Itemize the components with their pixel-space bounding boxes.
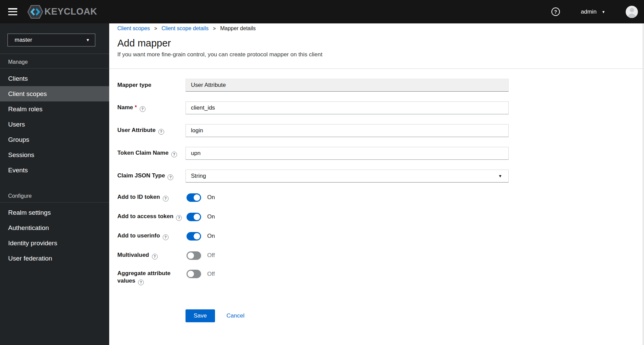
- field-label: Mapper type: [117, 82, 151, 88]
- breadcrumb-current: Mapper details: [220, 25, 256, 32]
- field-label: User Attribute: [117, 127, 156, 133]
- field-name: Name*?: [117, 101, 636, 114]
- page-subtitle: If you want more fine-grain control, you…: [117, 51, 636, 59]
- chevron-down-icon: ▼: [86, 38, 90, 42]
- breadcrumb-separator-icon: >: [154, 25, 157, 32]
- field-label: Name: [117, 104, 133, 111]
- name-input[interactable]: [186, 101, 509, 114]
- select-value: String: [191, 173, 206, 179]
- help-icon[interactable]: ?: [140, 106, 145, 112]
- nav-section-manage: Manage Clients Client scopes Realm roles…: [0, 54, 109, 178]
- field-label: Multivalued: [117, 252, 149, 258]
- breadcrumb: Client scopes > Client scope details > M…: [117, 25, 636, 32]
- topbar: KEYCLOAK ? admin ▼: [0, 0, 644, 23]
- chevron-down-icon: ▼: [602, 10, 605, 14]
- help-icon[interactable]: ?: [168, 174, 173, 180]
- add-to-userinfo-toggle[interactable]: [187, 232, 201, 241]
- help-icon[interactable]: ?: [158, 129, 164, 135]
- field-label: Aggregate attribute values: [117, 270, 171, 284]
- field-label: Claim JSON Type: [117, 172, 165, 179]
- help-icon[interactable]: ?: [152, 254, 158, 260]
- sidebar-item-client-scopes[interactable]: Client scopes: [0, 86, 109, 101]
- nav-toggle-icon[interactable]: [8, 8, 17, 15]
- token-claim-name-input[interactable]: [186, 147, 509, 160]
- user-attribute-input[interactable]: [186, 124, 509, 137]
- sidebar-item-groups[interactable]: Groups: [0, 132, 109, 147]
- add-to-id-token-toggle[interactable]: [187, 193, 201, 202]
- help-icon[interactable]: ?: [176, 215, 182, 221]
- help-icon[interactable]: ?: [163, 234, 169, 240]
- sidebar-item-sessions[interactable]: Sessions: [0, 147, 109, 162]
- help-icon[interactable]: ?: [171, 152, 177, 157]
- brand-text: KEYCLOAK: [44, 6, 97, 17]
- sidebar-item-users[interactable]: Users: [0, 117, 109, 132]
- sidebar-item-user-federation[interactable]: User federation: [0, 251, 109, 266]
- mapper-type-input: [186, 79, 509, 92]
- breadcrumb-client-scopes[interactable]: Client scopes: [117, 25, 150, 32]
- field-label: Add to access token: [117, 213, 173, 219]
- field-mapper-type: Mapper type: [117, 79, 636, 92]
- nav-section-title: Manage: [0, 54, 109, 68]
- field-token-claim-name: Token Claim Name?: [117, 147, 636, 160]
- sidebar-item-realm-roles[interactable]: Realm roles: [0, 101, 109, 117]
- save-button[interactable]: Save: [186, 309, 215, 322]
- page-title: Add mapper: [117, 38, 636, 49]
- toggle-state-label: Off: [207, 252, 215, 259]
- sidebar-item-authentication[interactable]: Authentication: [0, 220, 109, 235]
- field-add-to-access-token: Add to access token? On: [117, 212, 636, 222]
- aggregate-attribute-values-toggle[interactable]: [187, 270, 201, 278]
- nav-section-title: Configure: [0, 188, 109, 202]
- field-claim-json-type: Claim JSON Type? String ▼: [117, 170, 636, 183]
- field-add-to-userinfo: Add to userinfo? On: [117, 231, 636, 241]
- add-to-access-token-toggle[interactable]: [187, 213, 201, 221]
- field-label: Add to ID token: [117, 194, 160, 200]
- breadcrumb-client-scope-details[interactable]: Client scope details: [161, 25, 209, 32]
- user-menu[interactable]: admin ▼: [581, 8, 605, 15]
- field-label: Add to userinfo: [117, 232, 160, 239]
- sidebar-item-realm-settings[interactable]: Realm settings: [0, 205, 109, 220]
- field-multivalued: Multivalued? Off: [117, 250, 636, 261]
- nav-section-configure: Configure Realm settings Authentication …: [0, 188, 109, 266]
- toggle-state-label: On: [207, 233, 215, 239]
- sidebar-item-events[interactable]: Events: [0, 162, 109, 178]
- scrollbar[interactable]: [643, 23, 644, 345]
- realm-selector[interactable]: master ▼: [7, 34, 95, 46]
- toggle-state-label: On: [207, 194, 215, 201]
- keycloak-hexagon-icon: [27, 5, 43, 19]
- sidebar-item-identity-providers[interactable]: Identity providers: [0, 235, 109, 251]
- avatar[interactable]: [626, 6, 638, 18]
- breadcrumb-separator-icon: >: [213, 25, 216, 32]
- toggle-state-label: Off: [207, 271, 215, 277]
- help-icon[interactable]: ?: [138, 280, 144, 285]
- field-user-attribute: User Attribute?: [117, 124, 636, 137]
- toggle-state-label: On: [207, 213, 215, 220]
- keycloak-logo: KEYCLOAK: [27, 5, 97, 19]
- chevron-down-icon: ▼: [498, 174, 502, 178]
- cancel-button[interactable]: Cancel: [227, 312, 245, 319]
- sidebar-item-clients[interactable]: Clients: [0, 71, 109, 86]
- field-label: Token Claim Name: [117, 150, 169, 156]
- required-marker: *: [135, 104, 137, 110]
- mapper-form: Mapper type Name*? User Attribute?: [109, 69, 644, 322]
- main-content: Client scopes > Client scope details > M…: [109, 23, 644, 345]
- field-add-to-id-token: Add to ID token? On: [117, 192, 636, 203]
- claim-json-type-select[interactable]: String ▼: [186, 170, 509, 183]
- user-name: admin: [581, 8, 597, 15]
- field-aggregate-attribute-values: Aggregate attribute values? Off: [117, 270, 636, 285]
- sidebar: master ▼ Manage Clients Client scopes Re…: [0, 23, 109, 345]
- help-icon[interactable]: ?: [163, 196, 169, 202]
- realm-name: master: [15, 37, 32, 43]
- multivalued-toggle[interactable]: [187, 251, 201, 260]
- help-icon[interactable]: ?: [551, 7, 560, 16]
